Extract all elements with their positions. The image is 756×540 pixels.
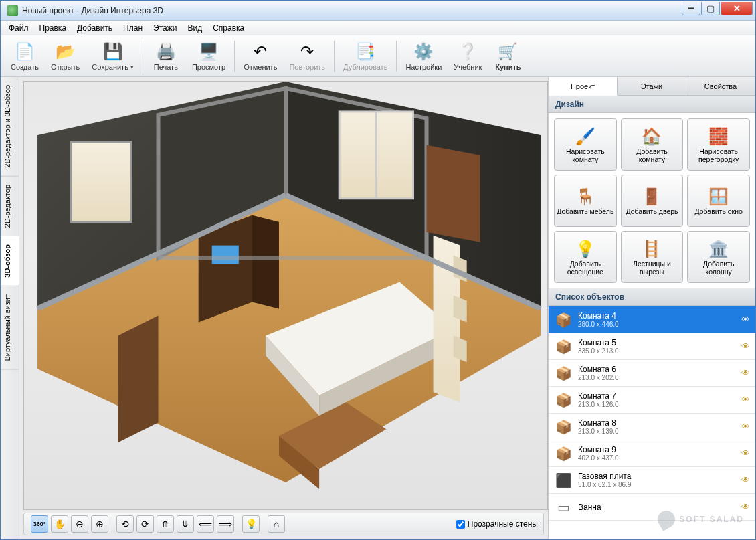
toolbar-просмотр-button[interactable]: 🖥️Просмотр: [187, 37, 230, 75]
visibility-eye-icon[interactable]: 👁: [741, 395, 750, 405]
toolbar-купить-button[interactable]: 🛒Купить: [489, 37, 527, 75]
menu-добавить[interactable]: Добавить: [72, 23, 118, 33]
right-tab-этажи[interactable]: Этажи: [618, 77, 686, 95]
toolbar-учебник-button[interactable]: ❔Учебник: [449, 37, 486, 75]
design-комнату-button[interactable]: 🏠Добавить комнату: [621, 118, 684, 171]
design-icon: 🚪: [642, 186, 662, 207]
view-tool-pan-button[interactable]: ✋: [51, 515, 68, 533]
object-dimensions: 402.0 x 437.0: [578, 454, 741, 462]
menu-вид[interactable]: Вид: [182, 23, 207, 33]
object-icon: ⬛: [554, 471, 573, 490]
visibility-eye-icon[interactable]: 👁: [741, 448, 750, 458]
toolbar-отменить-button[interactable]: ↶Отменить: [239, 37, 282, 75]
app-icon: [7, 5, 18, 16]
visibility-eye-icon[interactable]: 👁: [741, 314, 750, 325]
toolbar-настройки-button[interactable]: ⚙️Настройки: [401, 37, 446, 75]
design-колонну-button[interactable]: 🏛️Добавить колонну: [687, 231, 750, 283]
design-label: Добавить освещение: [555, 260, 616, 276]
view-tool-zoom-out-button[interactable]: ⊖: [71, 515, 88, 533]
object-icon: 📦: [554, 337, 573, 356]
toolbar-label: Отменить: [244, 63, 277, 71]
transparent-walls-input[interactable]: [456, 520, 465, 529]
object-icon: 📦: [554, 310, 573, 329]
design-дверь-button[interactable]: 🚪Добавить дверь: [621, 175, 684, 227]
visibility-eye-icon[interactable]: 👁: [741, 422, 750, 432]
object-name: Комната 5: [578, 338, 741, 347]
object-item[interactable]: 📦Комната 5335.0 x 213.0👁: [549, 333, 755, 360]
view-tool-tilt-up-button[interactable]: ⤊: [157, 515, 174, 533]
minimize-button[interactable]: ━: [682, 2, 700, 15]
menu-справка[interactable]: Справка: [207, 23, 250, 33]
toolbar-открыть-button[interactable]: 📂Открыть: [46, 37, 84, 75]
view-tool-zoom-in-button[interactable]: ⊕: [91, 515, 108, 533]
object-item[interactable]: 📦Комната 9402.0 x 437.0👁: [549, 440, 755, 467]
visibility-eye-icon[interactable]: 👁: [741, 368, 750, 378]
view-tab-2d-редактор[interactable]: 2D-редактор: [1, 177, 19, 236]
toolbar-сохранить-button[interactable]: 💾Сохранить▾: [87, 37, 138, 75]
3d-scene[interactable]: [23, 81, 548, 510]
design-label: Лестницы и вырезы: [622, 260, 683, 276]
view-tool-tilt-down-button[interactable]: ⤋: [177, 515, 194, 533]
сохранить-icon: 💾: [102, 41, 124, 62]
menu-правка[interactable]: Правка: [34, 23, 72, 33]
view-tool-orbit-right-button[interactable]: ⟹: [217, 515, 234, 533]
design-окно-button[interactable]: 🪟Добавить окно: [687, 175, 750, 227]
object-icon: 📦: [554, 418, 573, 436]
design-комнату-button[interactable]: 🖌️Нарисовать комнату: [554, 118, 617, 171]
object-name: Комната 7: [578, 391, 741, 401]
design-вырезы-button[interactable]: 🪜Лестницы и вырезы: [621, 231, 684, 283]
настройки-icon: ⚙️: [413, 41, 434, 62]
view-tool-rotate-right-button[interactable]: ⟳: [136, 515, 154, 533]
maximize-button[interactable]: ▢: [701, 2, 720, 15]
view-tool-orbit-left-button[interactable]: ⟸: [197, 515, 214, 533]
view-tab-3d-обзор[interactable]: 3D-обзор: [1, 236, 19, 286]
toolbar-label: Печать: [154, 63, 178, 71]
menubar: ФайлПравкаДобавитьПланЭтажиВидСправка: [1, 21, 755, 35]
view-tab-2d-редактор-и-3d-обзор[interactable]: 2D-редактор и 3D-обзор: [1, 77, 19, 177]
toolbar-печать-button[interactable]: 🖨️Печать: [147, 37, 185, 75]
design-освещение-button[interactable]: 💡Добавить освещение: [554, 231, 617, 283]
object-dimensions: 280.0 x 446.0: [578, 321, 741, 328]
view-tool-home-button[interactable]: ⌂: [268, 515, 285, 533]
menu-этажи[interactable]: Этажи: [148, 23, 182, 33]
visibility-eye-icon[interactable]: 👁: [741, 341, 750, 351]
right-tab-проект[interactable]: Проект: [549, 77, 618, 96]
visibility-eye-icon[interactable]: 👁: [741, 475, 750, 485]
учебник-icon: ❔: [457, 41, 478, 62]
design-icon: 🧱: [708, 126, 729, 147]
object-item[interactable]: 📦Комната 6213.0 x 202.0👁: [549, 360, 755, 387]
object-item[interactable]: 📦Комната 7213.0 x 126.0👁: [549, 387, 755, 414]
menu-план[interactable]: План: [118, 23, 148, 33]
toolbar-separator: [234, 41, 235, 72]
toolbar-label: Просмотр: [192, 63, 225, 71]
object-list[interactable]: 📦Комната 4280.0 x 446.0👁📦Комната 5335.0 …: [549, 306, 755, 539]
window-title: Новый проект - Дизайн Интерьера 3D: [22, 6, 681, 15]
toolbar-separator: [396, 41, 397, 72]
main-window: Новый проект - Дизайн Интерьера 3D ━ ▢ ✕…: [0, 0, 756, 540]
watermark: SOFT SALAD: [658, 511, 744, 528]
design-icon: 🖌️: [575, 126, 595, 147]
design-icon: 🏛️: [708, 238, 729, 260]
transparent-walls-checkbox[interactable]: Прозрачные стены: [456, 519, 538, 529]
design-перегородку-button[interactable]: 🧱Нарисовать перегородку: [687, 118, 750, 171]
design-label: Добавить комнату: [622, 147, 683, 163]
купить-icon: 🛒: [497, 41, 518, 62]
object-item[interactable]: ⬛Газовая плита51.0 x 62.1 x 86.9👁: [549, 467, 755, 494]
toolbar-создать-button[interactable]: 📄Создать: [6, 37, 43, 75]
view-tab-виртуальный-визит[interactable]: Виртуальный визит: [1, 286, 19, 370]
main-toolbar: 📄Создать📂Открыть💾Сохранить▾🖨️Печать🖥️Про…: [1, 35, 755, 77]
svg-rect-11: [212, 246, 239, 264]
right-tab-свойства[interactable]: Свойства: [686, 77, 755, 95]
menu-файл[interactable]: Файл: [3, 23, 34, 33]
design-мебель-button[interactable]: 🪑Добавить мебель: [554, 175, 617, 227]
object-item[interactable]: 📦Комната 8213.0 x 139.0👁: [549, 414, 755, 440]
object-item[interactable]: 📦Комната 4280.0 x 446.0👁: [549, 306, 755, 333]
toolbar-повторить-button: ↷Повторить: [284, 37, 330, 75]
design-icon: 🪟: [708, 186, 729, 207]
close-button[interactable]: ✕: [721, 2, 753, 15]
view-tool-light-button[interactable]: 💡: [242, 515, 260, 533]
view-tool-360-button[interactable]: 360°: [31, 515, 48, 533]
view-tool-rotate-left-button[interactable]: ⟲: [116, 515, 134, 533]
left-view-tabs: 2D-редактор и 3D-обзор2D-редактор3D-обзо…: [1, 77, 19, 539]
window-buttons: ━ ▢ ✕: [681, 2, 753, 17]
